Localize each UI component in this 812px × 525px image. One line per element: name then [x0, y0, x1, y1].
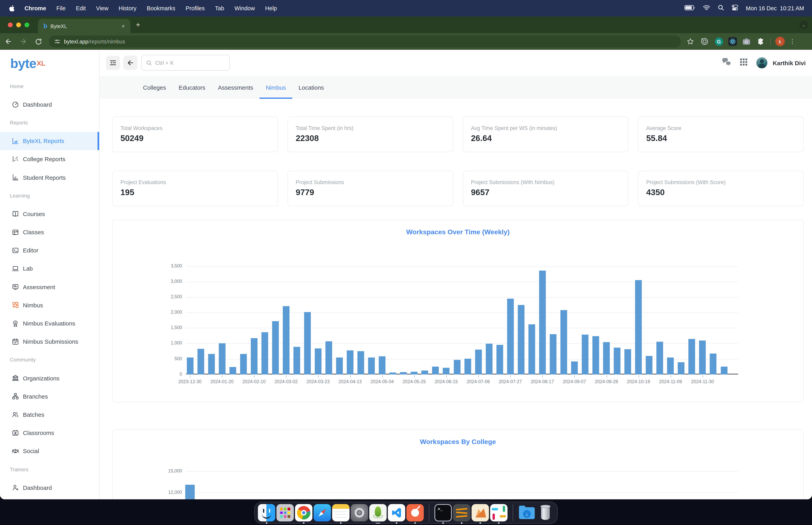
apple-icon[interactable] — [9, 5, 15, 12]
sidebar-collapse-button[interactable] — [106, 56, 120, 70]
sidebar-item-student-reports[interactable]: Student Reports — [0, 168, 99, 186]
sidebar-item-nimbus-submissions[interactable]: Nimbus Submissions — [0, 332, 99, 350]
dock-safari-icon[interactable] — [313, 504, 331, 522]
sidebar-item-branches[interactable]: Branches — [0, 387, 99, 405]
sidebar-item-batches[interactable]: Batches — [0, 405, 99, 424]
sidebar-item-dashboard[interactable]: Dashboard — [0, 95, 99, 114]
menu-bar-clock[interactable]: Mon 16 Dec 10:21 AM — [746, 5, 804, 12]
sidebar-item-organizations[interactable]: Organizations — [0, 369, 99, 387]
sidebar-item-lab[interactable]: Lab — [0, 259, 99, 278]
extensions-puzzle-icon[interactable] — [756, 37, 765, 46]
dock-sublime-icon[interactable] — [453, 504, 470, 522]
bar-week-40 — [614, 347, 621, 374]
stat-value: 55.84 — [646, 134, 667, 143]
dock-separator — [429, 504, 429, 522]
stat-label: Total Workspaces — [121, 125, 163, 131]
dock-finder-icon[interactable] — [258, 504, 275, 522]
tab-assessments[interactable]: Assessments — [212, 76, 259, 99]
stat-card-total-time-spent-in-hrs-: Total Time Spent (in hrs)22308 — [288, 117, 454, 152]
battery-icon[interactable] — [684, 5, 695, 12]
spotlight-search-icon[interactable] — [718, 5, 724, 12]
dock-downloads-icon[interactable]: ↓ — [518, 504, 536, 522]
new-tab-button[interactable]: + — [136, 20, 140, 29]
maximize-window-button[interactable] — [25, 22, 29, 27]
browser-toolbar: bytexl.app/reports/nimbus G — [0, 33, 812, 50]
menu-view[interactable]: View — [91, 5, 113, 12]
dock-origami-icon[interactable] — [472, 504, 489, 522]
dock-launchpad-icon[interactable] — [276, 504, 294, 522]
global-search[interactable] — [141, 55, 230, 71]
sidebar-item-nimbus[interactable]: Nimbus — [0, 296, 99, 314]
tab-close-icon[interactable]: × — [120, 23, 126, 29]
menu-history[interactable]: History — [113, 5, 142, 12]
bar-week-50 — [721, 366, 727, 374]
menu-chrome[interactable]: Chrome — [19, 5, 51, 12]
user-name[interactable]: Karthik Divi — [773, 59, 806, 66]
search-input[interactable] — [155, 60, 218, 66]
tab-educators[interactable]: Educators — [172, 76, 212, 99]
extension-camera-icon[interactable] — [742, 37, 751, 46]
address-bar[interactable]: bytexl.app/reports/nimbus — [49, 35, 681, 47]
menu-tab[interactable]: Tab — [210, 5, 229, 12]
sidebar-item-social[interactable]: Social — [0, 442, 99, 460]
browser-menu-icon[interactable]: ⋮ — [790, 38, 799, 45]
dock-chrome-icon[interactable] — [295, 504, 312, 522]
browser-profile-avatar[interactable]: k — [775, 37, 785, 46]
dock-terminal-icon[interactable]: >_ — [434, 504, 452, 522]
back-button[interactable] — [2, 35, 15, 48]
classes-icon — [12, 228, 19, 236]
forward-button[interactable] — [17, 35, 30, 48]
reload-button[interactable] — [32, 35, 45, 48]
page-back-button[interactable] — [123, 56, 137, 70]
bar-week-20 — [400, 372, 407, 375]
menu-help[interactable]: Help — [260, 5, 282, 12]
extension-orbit-icon[interactable] — [700, 37, 709, 46]
close-window-button[interactable] — [8, 22, 13, 27]
menu-edit[interactable]: Edit — [71, 5, 91, 12]
menu-bookmarks[interactable]: Bookmarks — [142, 5, 181, 12]
menu-profiles[interactable]: Profiles — [181, 5, 210, 12]
tab-locations[interactable]: Locations — [292, 76, 330, 99]
tab-nimbus[interactable]: Nimbus — [259, 76, 292, 99]
extension-grammarly-icon[interactable]: G — [714, 37, 723, 46]
sidebar-item-editor[interactable]: Editor — [0, 241, 99, 259]
sidebar-item-college-reports[interactable]: College Reports — [0, 150, 99, 168]
dock-slack-icon[interactable] — [490, 504, 507, 522]
minimize-window-button[interactable] — [16, 22, 21, 27]
sidebar-section-home: Home — [0, 77, 99, 95]
dock-rocket-icon[interactable] — [369, 504, 387, 522]
x-axis-label: 2024-11-30 — [683, 379, 722, 384]
y-axis-label: 12,000 — [151, 490, 182, 495]
sidebar-item-bytexl-reports[interactable]: ByteXL Reports — [0, 132, 99, 150]
control-center-icon[interactable] — [732, 5, 738, 12]
dock-trash-icon[interactable] — [537, 504, 554, 522]
tab-search-button[interactable]: ⌄ — [799, 20, 808, 29]
feedback-chat-icon[interactable] — [721, 58, 731, 68]
menu-window[interactable]: Window — [229, 5, 260, 12]
bar-week-35 — [561, 310, 567, 375]
wifi-icon[interactable] — [703, 5, 710, 12]
sidebar-item-dashboard[interactable]: Dashboard — [0, 478, 99, 497]
sidebar-item-classes[interactable]: Classes — [0, 223, 99, 241]
apps-grid-icon[interactable] — [739, 58, 747, 68]
site-settings-icon — [54, 38, 61, 45]
sidebar: byteXL HomeDashboardReportsByteXL Report… — [0, 50, 99, 499]
browser-tab[interactable]: b ByteXL × — [38, 19, 130, 33]
y-axis-label: 2,500 — [151, 294, 182, 299]
extension-react-icon[interactable] — [728, 37, 737, 46]
dock-postman-icon[interactable] — [407, 504, 424, 522]
editor-icon — [12, 246, 19, 254]
sidebar-item-assessment[interactable]: Assessment — [0, 278, 99, 296]
dock-vscode-icon[interactable] — [388, 504, 405, 522]
sidebar-item-courses[interactable]: Courses — [0, 205, 99, 223]
bookmark-star-icon[interactable] — [686, 37, 695, 46]
sidebar-item-nimbus-evaluations[interactable]: Nimbus Evaluations — [0, 314, 99, 332]
bytexl-logo[interactable]: byteXL — [0, 50, 99, 77]
dock-settings-icon[interactable] — [351, 504, 368, 522]
user-avatar[interactable] — [756, 57, 767, 68]
tab-colleges[interactable]: Colleges — [137, 76, 172, 99]
sidebar-item-classrooms[interactable]: Classrooms — [0, 424, 99, 442]
dock-notes-icon[interactable] — [332, 504, 350, 522]
menu-file[interactable]: File — [51, 5, 71, 12]
sidebar-item-schedule[interactable]: Schedule — [0, 497, 99, 499]
